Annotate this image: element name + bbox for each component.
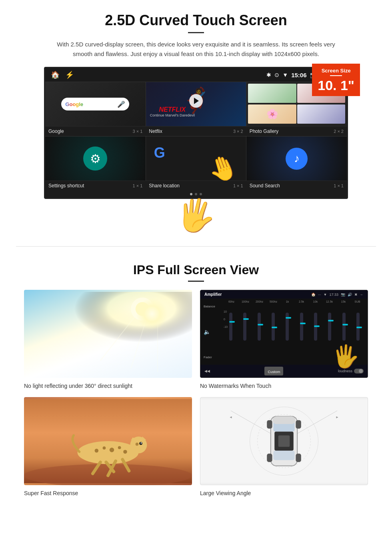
hand-gesture-icon: 🖐 xyxy=(173,193,219,237)
settings-app-size: 1 × 1 xyxy=(133,183,143,188)
netflix-play-button[interactable] xyxy=(189,94,203,108)
app-row-1: Google 🎤 🦸 NE xyxy=(45,82,347,126)
app-cell-share[interactable]: G 🤚 xyxy=(146,136,247,181)
eq-handle-4[interactable] xyxy=(272,327,277,328)
netflix-subtitle: Continue Marvel's Daredevil xyxy=(150,113,195,117)
svg-point-9 xyxy=(95,449,99,453)
flower-icon: 🌸 xyxy=(266,108,278,120)
eq-bar-2[interactable] xyxy=(238,313,251,341)
eq-bar-9[interactable] xyxy=(337,313,350,341)
svg-rect-38 xyxy=(296,454,301,462)
freq-label-15k: 15k xyxy=(336,300,350,303)
google-search-bar[interactable]: Google 🎤 xyxy=(61,98,129,110)
app-labels-row-1: Google 3 × 1 Netflix 3 × 2 Photo Gallery… xyxy=(45,126,347,136)
section1-title: 2.5D Curved Touch Screen xyxy=(24,12,368,29)
section-ips: IPS Full Screen View xyxy=(0,259,392,508)
svg-rect-35 xyxy=(267,420,272,429)
gallery-app-name: Photo Gallery xyxy=(250,128,279,134)
amp-vol: 🔊 xyxy=(348,293,352,297)
amplifier-caption: No Watermarks When Touch xyxy=(200,383,368,389)
eq-handle-9[interactable] xyxy=(342,324,348,325)
status-bar: 🏠 ⚡ ✱ ⊙ ▼ 15:06 📷 🔊 ✖ □ xyxy=(45,68,347,82)
badge-size: 10. 1" xyxy=(318,78,354,93)
gallery-app-size: 2 × 2 xyxy=(334,129,344,134)
gallery-img-1 xyxy=(248,84,296,103)
feature-image-grid: No light reflecting under 360° direct su… xyxy=(24,290,368,496)
eq-handle-6[interactable] xyxy=(300,323,306,324)
amp-cam: 📷 xyxy=(341,293,345,297)
amp-freq-labels: 60hz 100hz 200hz 500hz 1k 2.5k 10k 12.5k… xyxy=(200,299,368,303)
settings-label-cell: Settings shortcut 1 × 1 xyxy=(45,183,146,189)
eq-bar-6[interactable] xyxy=(295,313,308,341)
amp-x: ✖ xyxy=(354,293,358,297)
y-label-0: 0 xyxy=(224,318,228,321)
netflix-logo: NETFLIX xyxy=(159,106,186,113)
eq-bar-7[interactable] xyxy=(309,313,322,341)
svg-point-19 xyxy=(141,442,142,444)
eq-handle-10[interactable] xyxy=(356,327,362,328)
sound-app-name: Sound Search xyxy=(250,183,280,189)
freq-label-sub: SUB xyxy=(350,300,364,303)
eq-handle-5[interactable] xyxy=(286,317,291,319)
amp-status: 🏠 ··· ▼ 17:33 📷 🔊 ✖ ← xyxy=(311,293,364,297)
svg-text:◄: ◄ xyxy=(229,415,232,419)
badge-label: Screen Size xyxy=(318,68,354,74)
dot-2 xyxy=(195,193,197,195)
eq-bar-10[interactable] xyxy=(352,313,364,341)
mic-icon[interactable]: 🎤 xyxy=(117,100,125,108)
share-thumbnail: G 🤚 xyxy=(146,136,246,181)
y-label-10: 10 xyxy=(224,310,228,313)
svg-rect-32 xyxy=(273,416,296,424)
touch-hand-icon: 🖐 xyxy=(332,343,360,369)
freq-label-1k: 1k xyxy=(280,300,294,303)
eq-handle-3[interactable] xyxy=(258,324,263,325)
amp-title: Amplifier xyxy=(204,292,222,297)
balance-label: Balance xyxy=(204,305,224,308)
car-svg: ◄ ► xyxy=(200,397,368,485)
section2-underline xyxy=(188,281,204,282)
settings-app-name: Settings shortcut xyxy=(48,183,84,189)
gallery-img-3 xyxy=(297,104,345,124)
maps-g-logo: G xyxy=(154,145,165,161)
app-cell-netflix[interactable]: 🦸 NETFLIX Continue Marvel's Daredevil xyxy=(146,82,247,126)
share-app-size: 1 × 1 xyxy=(233,183,243,188)
loudness-toggle[interactable] xyxy=(354,369,364,373)
settings-thumbnail: ⚙ xyxy=(45,136,146,181)
amp-left-labels: Balance 🔈 Fader xyxy=(204,305,224,363)
app-cell-settings[interactable]: ⚙ xyxy=(45,136,146,181)
speaker-icon: 🔈 xyxy=(204,329,224,335)
amp-wifi: ▼ xyxy=(324,293,327,297)
settings-gear-icon: ⚙ xyxy=(83,147,107,171)
sound-label-cell: Sound Search 1 × 1 xyxy=(246,183,347,189)
eq-bars xyxy=(224,309,364,341)
eq-handle-7[interactable] xyxy=(314,325,320,327)
netflix-app-name: Netflix xyxy=(149,128,162,134)
status-time: 15:06 xyxy=(291,72,306,78)
toggle-knob xyxy=(359,369,363,373)
amp-nav-left[interactable]: ◀◀ xyxy=(204,369,210,373)
title-underline xyxy=(188,32,204,33)
fader-label: Fader xyxy=(204,355,224,359)
eq-bar-5[interactable] xyxy=(281,313,294,341)
section1-description: With 2.5D curved-display screen, this de… xyxy=(56,40,336,59)
eq-bar-3[interactable] xyxy=(253,313,266,341)
sun-glow xyxy=(136,298,168,330)
app-row-2: ⚙ G 🤚 ♪ xyxy=(45,136,347,181)
badge-underline xyxy=(330,75,342,76)
home-icon[interactable]: 🏠 xyxy=(51,70,60,79)
share-label-cell: Share location 1 × 1 xyxy=(146,183,246,189)
gallery-img-flower: 🌸 xyxy=(248,104,296,124)
svg-point-10 xyxy=(103,446,106,450)
location-icon: ⊙ xyxy=(274,72,279,78)
car-caption: Large Viewing Angle xyxy=(200,490,368,496)
eq-handle-8[interactable] xyxy=(328,320,334,321)
app-cell-sound[interactable]: ♪ xyxy=(246,136,347,181)
eq-handle-1[interactable] xyxy=(229,321,235,323)
svg-text:►: ► xyxy=(336,415,339,419)
eq-bar-8[interactable] xyxy=(323,313,336,341)
eq-bar-4[interactable] xyxy=(267,313,280,341)
eq-handle-2[interactable] xyxy=(243,318,249,320)
amp-custom-btn[interactable]: Custom xyxy=(264,367,283,375)
app-cell-google[interactable]: Google 🎤 xyxy=(45,82,146,126)
car-image: ◄ ► xyxy=(200,397,368,485)
